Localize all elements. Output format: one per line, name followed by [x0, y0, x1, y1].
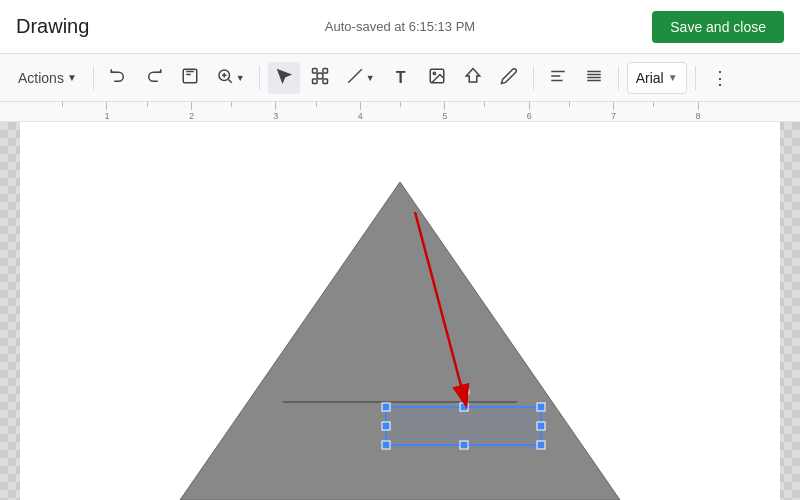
toolbar-divider-5: [695, 66, 696, 90]
ruler-tick-line: [529, 102, 530, 110]
ruler-mini-tick: [400, 102, 401, 107]
shapes-icon: [311, 67, 329, 88]
toolbar-divider-1: [93, 66, 94, 90]
ruler-mini-tick-line: [653, 102, 654, 107]
svg-rect-8: [312, 79, 317, 84]
ruler-mini-tick-line: [569, 102, 570, 107]
ruler-tick-label: 1: [104, 111, 109, 121]
text-icon: T: [396, 69, 406, 87]
ruler-mini-tick: [62, 102, 63, 107]
align-center-button[interactable]: [578, 62, 610, 94]
toolbar-divider-3: [533, 66, 534, 90]
ruler-tick-line: [191, 102, 192, 110]
pen-button[interactable]: [493, 62, 525, 94]
font-chevron-icon: ▼: [668, 72, 678, 83]
toolbar-divider-4: [618, 66, 619, 90]
svg-line-2: [228, 79, 231, 82]
actions-chevron-icon: ▼: [67, 72, 77, 83]
svg-rect-6: [312, 69, 317, 74]
ruler-mini-tick: [569, 102, 570, 107]
ruler-tick-label: 5: [442, 111, 447, 121]
align-left-icon: [549, 67, 567, 88]
ruler-tick: 1: [104, 102, 109, 121]
font-selector[interactable]: Arial ▼: [627, 62, 687, 94]
ruler-mini-tick-line: [316, 102, 317, 107]
actions-label: Actions: [18, 70, 64, 86]
toolbar-divider-2: [259, 66, 260, 90]
ruler-mini-tick-line: [400, 102, 401, 107]
ruler-tick-label: 8: [696, 111, 701, 121]
ruler-tick: 7: [611, 102, 616, 121]
ruler-mini-tick-line: [147, 102, 148, 107]
more-options-icon: ⋮: [711, 67, 729, 89]
ruler-tick-label: 2: [189, 111, 194, 121]
line-chevron-icon: ▼: [366, 73, 375, 83]
ruler-tick: 6: [527, 102, 532, 121]
select-icon: [275, 67, 293, 88]
redo-button[interactable]: [138, 62, 170, 94]
app-header: Drawing Auto-saved at 6:15:13 PM Save an…: [0, 0, 800, 54]
undo-icon: [109, 67, 127, 88]
ruler-tick: 5: [442, 102, 447, 121]
svg-point-5: [317, 73, 323, 79]
zoom-button[interactable]: ▼: [210, 62, 251, 94]
pen-icon: [500, 67, 518, 88]
font-name: Arial: [636, 70, 664, 86]
ruler-mini-tick-line: [231, 102, 232, 107]
undo-button[interactable]: [102, 62, 134, 94]
fill-color-button[interactable]: [457, 62, 489, 94]
drawing-svg: [20, 122, 780, 500]
handle-top-right[interactable]: [537, 403, 545, 411]
ruler-tick: 2: [189, 102, 194, 121]
align-left-button[interactable]: [542, 62, 574, 94]
handle-mid-left[interactable]: [382, 422, 390, 430]
ruler-mini-tick: [653, 102, 654, 107]
ruler-tick-label: 6: [527, 111, 532, 121]
ruler-mini-tick: [147, 102, 148, 107]
ruler-mini-tick: [231, 102, 232, 107]
copy-format-button[interactable]: [174, 62, 206, 94]
ruler-tick-line: [106, 102, 107, 110]
handle-bottom-mid[interactable]: [460, 441, 468, 449]
handle-bottom-right[interactable]: [537, 441, 545, 449]
handle-mid-right[interactable]: [537, 422, 545, 430]
selected-text-box[interactable]: [386, 407, 541, 445]
ruler-canvas: 1 2 3 4 5 6 7 8: [0, 102, 800, 121]
handle-top-left[interactable]: [382, 403, 390, 411]
ruler-tick-line: [360, 102, 361, 110]
actions-menu-button[interactable]: Actions ▼: [10, 62, 85, 94]
ruler-mini-tick-line: [62, 102, 63, 107]
app-title: Drawing: [16, 15, 89, 38]
image-button[interactable]: [421, 62, 453, 94]
ruler-mini-tick-line: [484, 102, 485, 107]
pyramid-shape[interactable]: [180, 182, 620, 500]
ruler-tick-line: [698, 102, 699, 110]
more-options-button[interactable]: ⋮: [704, 62, 736, 94]
select-tool-button[interactable]: [268, 62, 300, 94]
ruler-tick-label: 4: [358, 111, 363, 121]
copy-format-icon: [181, 67, 199, 88]
ruler-tick: 8: [696, 102, 701, 121]
autosave-status: Auto-saved at 6:15:13 PM: [325, 19, 475, 34]
svg-rect-7: [323, 69, 328, 74]
ruler-tick: 4: [358, 102, 363, 121]
line-tool-button[interactable]: ▼: [340, 62, 381, 94]
handle-top-mid[interactable]: [460, 403, 468, 411]
save-close-button[interactable]: Save and close: [652, 11, 784, 43]
ruler-tick-label: 3: [273, 111, 278, 121]
drawing-canvas-area[interactable]: [0, 122, 800, 500]
drawing-toolbar: Actions ▼ ▼: [0, 54, 800, 102]
handle-bottom-left[interactable]: [382, 441, 390, 449]
ruler-tick-line: [275, 102, 276, 110]
svg-point-12: [433, 72, 435, 74]
align-center-icon: [585, 67, 603, 88]
zoom-chevron-icon: ▼: [236, 73, 245, 83]
ruler-mini-tick: [316, 102, 317, 107]
shapes-button[interactable]: [304, 62, 336, 94]
svg-line-10: [348, 69, 362, 83]
text-tool-button[interactable]: T: [385, 62, 417, 94]
image-icon: [428, 67, 446, 88]
svg-rect-9: [323, 79, 328, 84]
fill-icon: [464, 67, 482, 88]
ruler-tick-label: 7: [611, 111, 616, 121]
